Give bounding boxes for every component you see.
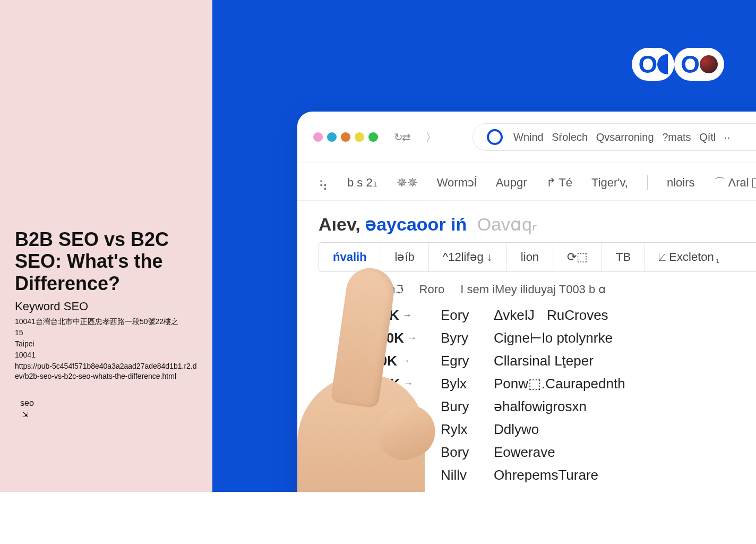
row-desc: RuCroves xyxy=(547,307,608,324)
tab-item[interactable]: Tiger'v, xyxy=(591,176,628,190)
forward-icon[interactable]: 〉 xyxy=(426,130,435,144)
row-tag: Bury xyxy=(441,398,478,415)
row-tag: Bylх xyxy=(441,376,478,392)
seo-tag[interactable]: seo xyxy=(15,397,39,409)
subhead-col: Roro xyxy=(419,283,445,296)
row-metric: 80 00K→ xyxy=(356,376,425,392)
row-desc: Ddlywo xyxy=(494,421,539,438)
row-desc: Cllarsinal Lţeper xyxy=(494,353,594,369)
row-desc: Ponw⬚.Caurapednth xyxy=(494,376,625,392)
search-token: ?mats xyxy=(662,131,691,143)
traffic-dot[interactable] xyxy=(341,132,350,142)
table-row[interactable]: 80 00K→BylхPonw⬚.Caurapednth xyxy=(356,372,756,395)
trend-arrow-icon: → xyxy=(405,470,415,481)
left-sidebar: B2B SEO vs B2C SEO: What's the Differenc… xyxy=(0,0,212,544)
row-metric: 17 00К→ xyxy=(356,421,425,438)
table-row[interactable]: 1.3 00K→ByryCigne⊢lo ptolynrke xyxy=(356,327,756,350)
tab-icon[interactable]: ⢦ xyxy=(319,175,328,190)
row-tag: Eory xyxy=(441,307,478,324)
search-token: Wnind xyxy=(513,131,544,143)
row-desc: OhrepemsTurare xyxy=(494,467,598,483)
row-extra: ΔvkeĲ xyxy=(494,307,531,324)
filter-cell[interactable]: ńvalih xyxy=(319,243,381,271)
search-placeholder: Wnind Sŕolech Qvsarroning ?mats Qítl ·· xyxy=(513,131,735,143)
filter-cell[interactable]: ⟳⬚ xyxy=(553,243,602,271)
trend-arrow-icon: → xyxy=(407,333,417,344)
row-metric: βl 00K→ xyxy=(356,353,425,369)
page-bottom-strip xyxy=(0,492,756,544)
table-row[interactable]: 17 00К→RylхDdlywo xyxy=(356,418,756,441)
row-metric: 32 00K→ xyxy=(356,444,425,461)
postal-line: 10041 xyxy=(15,350,197,360)
search-input[interactable]: Wnind Sŕolech Qvsarroning ?mats Qítl ·· xyxy=(472,123,756,151)
reload-icon[interactable]: ↻⇄ xyxy=(394,131,410,143)
tab-item[interactable]: Wormɔĺ xyxy=(437,176,477,190)
page-subtitle: Keyword SEO xyxy=(15,300,197,313)
trend-arrow-icon: → xyxy=(403,378,413,389)
row-tag: Rylх xyxy=(441,421,478,438)
filter-cell[interactable]: TВ xyxy=(602,243,645,271)
hero-canvas: O O ↻⇄ 〉 Wnind Sŕolech Qvsarroni xyxy=(212,0,756,544)
logo-letter: O xyxy=(681,50,699,79)
row-tag: Egry xyxy=(441,353,478,369)
trend-arrow-icon: → xyxy=(402,424,411,435)
table-row[interactable]: βl 00K→EgryCllarsinal Lţeper xyxy=(356,350,756,372)
trend-arrow-icon: → xyxy=(400,355,410,367)
row-metric: S0 00K→ xyxy=(356,467,425,483)
search-token: Qítl xyxy=(699,131,716,143)
row-metric: 6ε 00K→ xyxy=(356,307,425,324)
row-metric: 1.3 00K→ xyxy=(356,330,425,346)
traffic-dot[interactable] xyxy=(368,132,378,142)
search-token: ·· xyxy=(724,131,730,143)
address-line: 10041台灣台北市中正區忠孝西路一段50號22樓之 xyxy=(15,317,197,327)
logo-half-icon xyxy=(657,54,668,74)
search-token: Sŕolech xyxy=(552,131,588,143)
tab-item[interactable]: b s 2₁ xyxy=(347,176,377,190)
breadcrumb: Aıev, əaycaoor iń Oavɑqᵣ xyxy=(297,201,756,240)
traffic-dot[interactable] xyxy=(313,132,323,142)
subhead-col: I sem iMey iliduyaj T003 b ɑ xyxy=(460,283,606,296)
filter-bar: ńvalih ləíb ^12lifǝg ↓ lion ⟳⬚ TВ ⟀ Excl… xyxy=(319,242,756,272)
url-line: https://pub-5c454f571b8e40a3a2aad27ade84… xyxy=(15,361,197,381)
row-desc: əhalfowigrosxn xyxy=(494,398,587,415)
tab-item[interactable]: Aupgr xyxy=(496,176,527,190)
row-metric: ß2 00K→ xyxy=(356,398,425,415)
row-tag: Byry xyxy=(441,330,478,346)
expand-icon[interactable]: ⇲ xyxy=(15,410,197,419)
floor-line: 15 xyxy=(15,328,197,338)
filter-cell[interactable]: lion xyxy=(507,243,553,271)
traffic-dot[interactable] xyxy=(327,132,337,142)
page-title: B2B SEO vs B2C SEO: What's the Differenc… xyxy=(15,228,197,294)
filter-cell[interactable]: ^12lifǝg ↓ xyxy=(429,243,507,271)
brand-logo: O O xyxy=(632,48,724,81)
logo-left: O xyxy=(632,48,674,81)
trend-arrow-icon: → xyxy=(404,401,414,412)
trend-arrow-icon: → xyxy=(402,310,412,321)
trend-arrow-icon: → xyxy=(403,447,413,458)
tab-icon[interactable]: ✵✵ xyxy=(397,175,418,190)
logo-badge-icon xyxy=(700,55,718,73)
browser-topbar: ↻⇄ 〉 Wnind Sŕolech Qvsarroning ?mats Qít… xyxy=(297,112,756,163)
filter-cell[interactable]: ⟀ Excleton₁ xyxy=(645,243,735,271)
search-token: Qvsarroning xyxy=(596,131,654,143)
filter-cell[interactable]: ləíb xyxy=(381,243,429,271)
subhead-col: Hly ounℑ xyxy=(356,283,403,296)
tab-item[interactable]: ⌒ Λral ⎕ xyxy=(714,175,756,191)
logo-right: O xyxy=(674,48,724,81)
city-line: Taipei xyxy=(15,339,197,349)
table-row[interactable]: 32 00K→BoryEowerave xyxy=(356,441,756,464)
tab-item[interactable]: ↱ Té xyxy=(546,176,572,190)
table-row[interactable]: S0 00K→NillvOhrepemsTurare xyxy=(356,464,756,487)
tab-item[interactable]: nloirs xyxy=(667,176,695,190)
data-table: 6ε 00K→EoryΔvkeĲRuCroves1.3 00K→ByryCign… xyxy=(297,304,756,509)
table-row[interactable]: 6ε 00K→EoryΔvkeĲRuCroves xyxy=(356,304,756,327)
traffic-dot[interactable] xyxy=(355,132,364,142)
row-tag: Bory xyxy=(441,444,478,461)
table-row[interactable]: ß2 00K→Buryəhalfowigrosxn xyxy=(356,395,756,418)
crumb-suffix: Oavɑqᵣ xyxy=(477,214,537,234)
row-desc: Eowerave xyxy=(494,444,555,461)
row-tag: Nillv xyxy=(441,467,478,483)
crumb-main[interactable]: əaycaoor iń xyxy=(365,214,467,234)
traffic-lights xyxy=(313,132,378,142)
logo-letter: O xyxy=(638,50,656,79)
